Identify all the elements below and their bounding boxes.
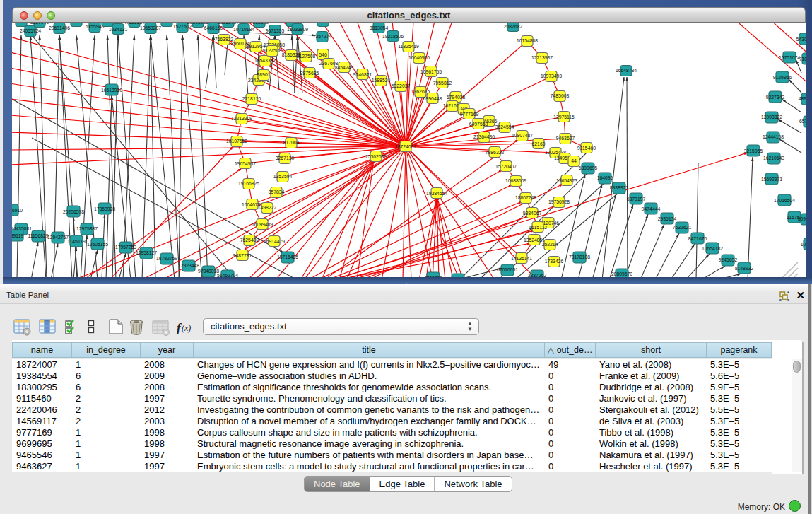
svg-text:6497568: 6497568	[469, 122, 488, 127]
svg-text:817004: 817004	[283, 140, 300, 145]
svg-text:10688609: 10688609	[505, 178, 526, 183]
svg-text:5322037: 5322037	[392, 83, 411, 88]
svg-text:16543382: 16543382	[254, 58, 276, 63]
svg-text:14136141: 14136141	[511, 256, 532, 261]
svg-text:62160: 62160	[532, 141, 546, 146]
svg-text:20206578: 20206578	[63, 209, 84, 214]
svg-text:9127508: 9127508	[263, 48, 282, 53]
svg-text:12213309: 12213309	[231, 116, 252, 121]
svg-text:5430391: 5430391	[796, 37, 806, 42]
svg-text:10958127: 10958127	[136, 250, 157, 255]
svg-text:7625402: 7625402	[240, 238, 259, 243]
svg-text:12093822: 12093822	[761, 115, 782, 119]
svg-text:4896383: 4896383	[799, 96, 806, 101]
svg-text:9487791: 9487791	[233, 253, 252, 258]
svg-text:6155940: 6155940	[86, 24, 105, 29]
svg-text:2935134: 2935134	[658, 216, 677, 221]
svg-text:15716485: 15716485	[277, 255, 298, 259]
svg-text:16513910: 16513910	[101, 88, 122, 93]
svg-text:1031051: 1031051	[801, 242, 806, 247]
svg-text:16648784: 16648784	[616, 68, 637, 73]
svg-text:9463627: 9463627	[556, 136, 575, 141]
svg-text:9146821: 9146821	[353, 72, 372, 77]
svg-text:98901: 98901	[257, 72, 271, 77]
svg-text:16210643: 16210643	[763, 156, 784, 160]
svg-text:18807249: 18807249	[515, 195, 536, 200]
svg-text:16782759: 16782759	[156, 256, 177, 261]
svg-text:16640910: 16640910	[408, 55, 430, 60]
svg-text:3267130: 3267130	[276, 156, 295, 160]
svg-text:3215955: 3215955	[744, 148, 763, 153]
svg-text:10154808: 10154808	[517, 38, 538, 43]
svg-text:(x): (x)	[182, 323, 191, 333]
svg-text:9129966: 9129966	[773, 75, 792, 80]
svg-text:3387262: 3387262	[528, 273, 547, 277]
svg-text:7986322: 7986322	[486, 150, 505, 155]
svg-text:96532871: 96532871	[281, 23, 302, 23]
svg-text:51462704: 51462704	[217, 273, 238, 277]
svg-text:10973493: 10973493	[541, 74, 562, 78]
svg-text:16914479: 16914479	[264, 239, 285, 244]
svg-text:25302035: 25302035	[365, 154, 387, 159]
svg-text:12505155: 12505155	[87, 242, 108, 247]
svg-text:25266910: 25266910	[12, 208, 23, 213]
svg-text:15751074: 15751074	[779, 55, 800, 60]
svg-text:8471676: 8471676	[688, 236, 707, 241]
svg-text:7485003: 7485003	[551, 93, 570, 98]
svg-text:1615112: 1615112	[529, 225, 547, 230]
svg-text:12975115: 12975115	[553, 115, 575, 119]
svg-text:10653287: 10653287	[140, 25, 161, 30]
svg-text:7955812: 7955812	[433, 81, 452, 86]
svg-text:2718126: 2718126	[242, 96, 261, 101]
svg-text:8454749: 8454749	[335, 65, 354, 70]
svg-text:6542351: 6542351	[67, 23, 86, 23]
svg-text:8637940: 8637940	[30, 23, 49, 25]
svg-text:67010651: 67010651	[497, 267, 518, 272]
svg-text:1498222: 1498222	[258, 205, 277, 210]
svg-text:12444158: 12444158	[763, 134, 784, 139]
svg-text:10654182: 10654182	[702, 246, 723, 251]
svg-text:18724007: 18724007	[395, 144, 416, 149]
svg-text:9283276: 9283276	[158, 23, 177, 23]
svg-text:15720407: 15720407	[495, 164, 517, 169]
svg-text:1527602: 1527602	[173, 24, 192, 29]
svg-text:11156829: 11156829	[28, 233, 48, 238]
svg-text:19218506: 19218506	[382, 34, 404, 39]
svg-text:9384067: 9384067	[523, 211, 542, 216]
svg-text:16033809: 16033809	[287, 27, 308, 32]
svg-text:28809570: 28809570	[611, 271, 632, 276]
svg-text:21364436: 21364436	[473, 134, 495, 139]
svg-text:16961755: 16961755	[420, 69, 442, 74]
svg-text:65787133: 65787133	[799, 119, 806, 124]
svg-text:8148932: 8148932	[735, 266, 754, 271]
svg-text:20691406: 20691406	[49, 25, 70, 30]
svg-text:3624554: 3624554	[495, 124, 514, 129]
svg-text:1145119: 1145119	[67, 239, 86, 244]
svg-text:16099489: 16099489	[252, 222, 273, 227]
svg-text:2087682: 2087682	[504, 24, 523, 29]
svg-text:546: 546	[319, 52, 327, 57]
svg-text:4738299: 4738299	[424, 276, 443, 277]
svg-text:252214: 252214	[542, 242, 558, 247]
svg-text:9127508: 9127508	[297, 54, 316, 59]
svg-text:9245652: 9245652	[719, 257, 738, 262]
svg-text:9671355: 9671355	[266, 28, 285, 33]
svg-text:83503056: 83503056	[187, 23, 208, 25]
svg-text:17359928: 17359928	[94, 206, 115, 211]
svg-text:73178108: 73178108	[569, 255, 590, 259]
svg-text:44: 44	[571, 158, 577, 163]
svg-text:4238849: 4238849	[250, 23, 269, 25]
svg-text:19166825: 19166825	[238, 181, 259, 186]
svg-text:1034131: 1034131	[109, 27, 128, 32]
svg-text:3875685: 3875685	[300, 71, 319, 76]
svg-text:8813054: 8813054	[370, 25, 389, 30]
svg-text:6899695: 6899695	[579, 165, 598, 170]
svg-text:9115460: 9115460	[577, 146, 596, 151]
svg-text:39119: 39119	[12, 233, 23, 238]
svg-text:12975887: 12975887	[76, 226, 98, 231]
svg-text:1733426: 1733426	[545, 259, 564, 264]
svg-text:15692971: 15692971	[761, 177, 782, 182]
svg-text:81618495: 81618495	[97, 23, 118, 23]
svg-text:19654937: 19654937	[235, 161, 256, 166]
svg-text:16107552: 16107552	[226, 139, 247, 144]
